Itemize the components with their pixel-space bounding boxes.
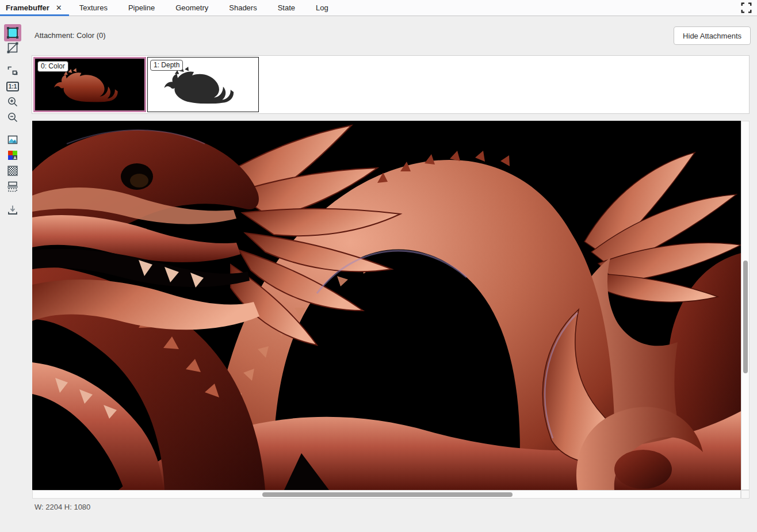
tab-bar: Framebuffer ✕ Textures Pipeline Geometry… — [0, 0, 757, 16]
svg-text:A: A — [13, 156, 16, 160]
zoom-out-icon[interactable] — [6, 111, 19, 124]
tabbar-spacer — [339, 0, 736, 16]
zoom-in-icon[interactable] — [6, 95, 19, 108]
close-tab-icon[interactable]: ✕ — [55, 3, 63, 12]
vertical-scrollbar[interactable] — [741, 121, 750, 490]
attachment-thumbnail-depth[interactable]: 1: Depth — [147, 57, 259, 112]
fullscreen-icon[interactable] — [736, 0, 757, 16]
image-dimensions-status: W: 2204 H: 1080 — [35, 503, 90, 511]
tab-pipeline[interactable]: Pipeline — [118, 0, 165, 16]
attachment-label: Attachment: Color (0) — [35, 31, 106, 40]
horizontal-scrollbar[interactable] — [32, 490, 741, 499]
attachment-depth-label: 1: Depth — [150, 60, 183, 71]
color-buffer-icon[interactable] — [4, 24, 21, 41]
tab-textures[interactable]: Textures — [69, 0, 118, 16]
tab-geometry[interactable]: Geometry — [165, 0, 219, 16]
checkerboard-background-icon[interactable] — [6, 164, 19, 177]
original-size-icon[interactable]: 1:1 — [6, 80, 19, 93]
vertical-scrollbar-thumb[interactable] — [743, 261, 748, 373]
horizontal-scrollbar-thumb[interactable] — [262, 492, 513, 497]
depth-buffer-icon[interactable] — [6, 41, 19, 54]
tab-state[interactable]: State — [267, 0, 305, 16]
histogram-icon[interactable] — [6, 133, 19, 146]
attachment-color-label: 0: Color — [37, 61, 68, 72]
hide-attachments-button[interactable]: Hide Attachments — [674, 26, 751, 45]
scrollbar-corner — [741, 490, 750, 499]
flip-vertically-icon[interactable] — [6, 180, 19, 193]
tab-framebuffer[interactable]: Framebuffer ✕ — [0, 0, 69, 16]
save-image-icon[interactable] — [6, 204, 19, 216]
color-channels-icon[interactable]: A — [6, 149, 19, 162]
attachment-thumbnail-color[interactable]: 0: Color — [33, 57, 146, 112]
framebuffer-image[interactable] — [32, 121, 741, 490]
tab-framebuffer-label: Framebuffer — [6, 3, 49, 12]
tab-shaders[interactable]: Shaders — [219, 0, 267, 16]
attachments-strip: 0: Color 1: Depth — [32, 55, 750, 114]
framebuffer-debugger-window: Framebuffer ✕ Textures Pipeline Geometry… — [0, 0, 757, 532]
viewer-toolbar: 1:1 — [0, 17, 26, 532]
dragon-render — [32, 121, 741, 490]
tab-log[interactable]: Log — [305, 0, 339, 16]
zoom-to-fit-icon[interactable] — [6, 64, 19, 77]
